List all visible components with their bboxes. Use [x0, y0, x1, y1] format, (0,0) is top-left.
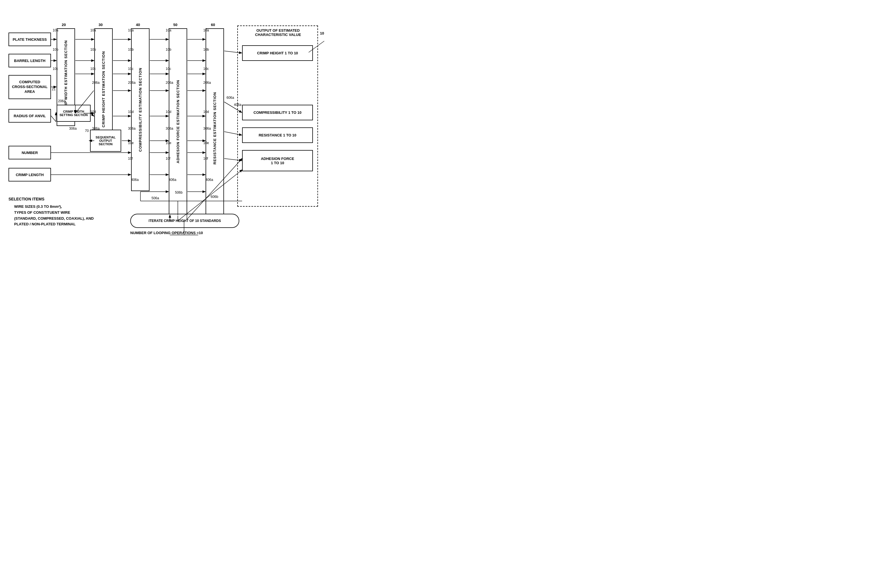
number-box: NUMBER	[9, 146, 51, 159]
output-of-estimated-label: OUTPUT OF ESTIMATEDCHARACTERISTIC VALUE	[238, 28, 318, 37]
iterate-oval: ITERATE CRIMP HEIGHT OF 10 STANDARDS	[130, 214, 239, 228]
compressibility-out-box: COMPRESSIBILITY 1 TO 10	[242, 105, 313, 120]
ref-10c-4: 10c	[166, 67, 171, 71]
barrel-length-box: BARREL LENGTH	[9, 54, 51, 67]
ref-406a-3: 406a	[206, 178, 213, 182]
ref-10e-4: 10e	[166, 141, 171, 145]
ref-10c-1: 10c	[53, 67, 58, 71]
ref-506b: 506b	[175, 190, 183, 195]
ref-306a-5: 306a	[203, 127, 211, 130]
ref-10b-2: 10b	[90, 48, 96, 51]
ref-206a-5: 206a	[203, 81, 211, 85]
ref-40: 40	[136, 22, 140, 27]
crimp-width-setting-box: CRIMP WIDTHSETTING SECTION	[57, 105, 91, 122]
adhesion-force-out-box: ADHESION FORCE1 TO 10	[242, 150, 313, 171]
ref-10d-4: 10d	[166, 110, 171, 114]
ref-10c-3: 10c	[128, 67, 133, 71]
sec50-box: ADHESION FORCE ESTIMATION SECTION	[169, 28, 187, 215]
ref-10c-5: 10c	[203, 67, 209, 71]
ref-10a-4: 10a	[166, 28, 171, 32]
ref-306a-2: 306a	[92, 127, 100, 130]
ref-10: 10	[320, 31, 324, 35]
ref-21: 21	[52, 87, 55, 91]
ref-10f-5: 10f	[203, 157, 208, 160]
ref-10a-3: 10a	[128, 28, 134, 32]
ref-10b-1: 10b	[53, 48, 58, 51]
ref-70: 70	[85, 129, 88, 133]
ref-10a-2: 10a	[90, 28, 96, 32]
ref-10e-3: 10e	[128, 141, 134, 145]
sequential-output-box: SEQUENTIALOUTPUTSECTION	[90, 130, 121, 152]
sec40-box: COMPRESSIBILITY ESTIMATION SECTION	[131, 28, 150, 191]
diagram: 10 20 30 40 50 60 PLATE THICKNESS BARREL…	[0, 0, 436, 294]
ref-10f-3: 10f	[128, 157, 133, 160]
ref-206a-3: 206a	[128, 81, 136, 85]
ref-606a: 606a	[226, 96, 234, 100]
selection-items-detail: WIRE SIZES (0.3 TO 8mm²),TYPES OF CONSTI…	[14, 204, 94, 227]
ref-10b-5: 10b	[203, 48, 209, 51]
ref-206a-2: 206a	[92, 81, 100, 85]
ref-60: 60	[211, 22, 215, 27]
radius-anvil-box: RADIUS OF ANVIL	[9, 109, 51, 123]
ref-10b-4: 10b	[166, 48, 171, 51]
ref-10e-5: 10e	[203, 141, 209, 145]
ref-10f-4: 10f	[166, 157, 171, 160]
ref-50: 50	[173, 22, 177, 27]
ref-10d-5: 10d	[203, 110, 209, 114]
ref-10b-3: 10b	[128, 48, 134, 51]
resistance-out-box: RESISTANCE 1 TO 10	[242, 127, 313, 143]
looping-label: NUMBER OF LOOPING OPERATIONS =10	[130, 231, 203, 235]
ref-306a-4: 306a	[166, 127, 173, 130]
ref-606b: 606b	[211, 195, 218, 199]
ref-20: 20	[62, 22, 66, 27]
ref-406a-out: 406a	[234, 103, 241, 107]
ref-306a-3: 306a	[128, 127, 136, 130]
ref-10c-2: 10c	[90, 67, 96, 71]
ref-10d-3: 10d	[128, 110, 134, 114]
ref-30: 30	[99, 22, 103, 27]
svg-line-4	[51, 116, 56, 122]
ref-306a-1: 306a	[69, 127, 77, 130]
crimp-length-box: CRIMP LENGTH	[9, 168, 51, 181]
ref-406a-1: 406a	[131, 178, 139, 182]
ref-10a-5: 10a	[203, 28, 209, 32]
ref-206a-4: 206a	[166, 81, 173, 85]
ref-10a-1: 10a	[53, 28, 58, 32]
selection-items-title: SELECTION ITEMS	[9, 197, 45, 201]
ref-10d-2: 10d	[90, 110, 96, 114]
ref-506a: 506a	[151, 196, 159, 200]
plate-thickness-box: PLATE THICKNESS	[9, 33, 51, 46]
crimp-height-out-box: CRIMP HEIGHT 1 TO 10	[242, 45, 313, 61]
cross-sectional-box: COMPUTEDCROSS-SECTIONALAREA	[9, 75, 51, 99]
ref-206a-1: 206a	[58, 99, 66, 103]
ref-406a-2: 406a	[169, 178, 177, 182]
